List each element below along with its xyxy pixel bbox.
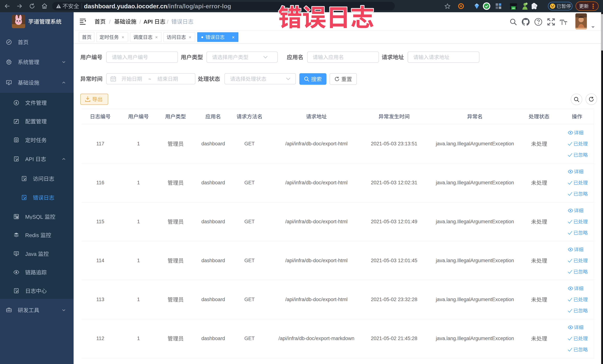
svg-text:on: on (512, 7, 515, 10)
